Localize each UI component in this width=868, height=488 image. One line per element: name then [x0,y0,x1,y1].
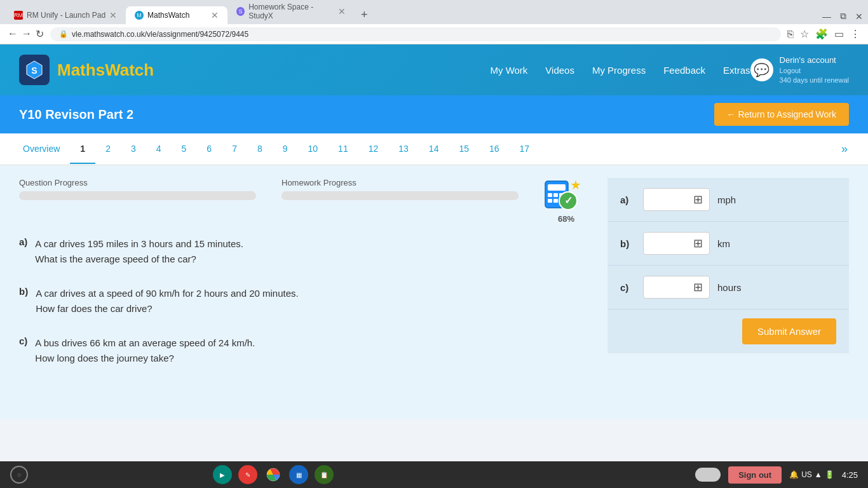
tab-8[interactable]: 8 [247,135,273,164]
svg-text:▶: ▶ [220,471,225,478]
share-icon[interactable]: ⎘ [787,29,794,40]
tab-12[interactable]: 12 [358,135,389,164]
answer-a-plus[interactable]: ⊞ [693,193,703,207]
close-icon[interactable]: ✕ [855,11,863,22]
tab-studyx-close[interactable]: ✕ [338,6,346,17]
logout-link[interactable]: Logout [780,66,849,76]
question-b: b) A car drives at a speed of 90 km/h fo… [19,286,588,316]
answer-c-label: c) [620,282,635,293]
return-button[interactable]: ← Return to Assigned Work [714,103,849,126]
back-button[interactable]: ← [8,28,18,40]
tab-11[interactable]: 11 [328,135,358,164]
tab-rm-close[interactable]: ✕ [109,10,117,20]
taskbar-classroom[interactable]: ✎ [238,465,257,484]
extension-icon[interactable]: 🧩 [815,28,828,40]
taskbar-circle[interactable]: ○ [10,466,28,484]
logo-text: MathsWatch [57,60,154,80]
tab-9[interactable]: 9 [273,135,298,164]
star-icon[interactable]: ☆ [800,28,809,40]
studyx-favicon: S [236,7,245,16]
svg-text:📋: 📋 [320,471,329,479]
locale-wifi: 🔔 US ▲ 🔋 [789,470,834,479]
taskbar-toggle[interactable] [695,468,721,482]
logo: S MathsWatch [19,55,154,85]
restore-icon[interactable]: ⧉ [840,11,846,22]
question-a: a) A car drives 195 miles in 3 hours and… [19,236,588,267]
tab-rm-unify[interactable]: RM RM Unify - Launch Pad ✕ [5,6,126,24]
tab-2[interactable]: 2 [95,135,121,164]
taskbar-keep[interactable]: 📋 [315,465,334,484]
question-b-text: A car drives at a speed of 90 km/h for 2… [36,286,299,301]
tab-1[interactable]: 1 [70,135,95,164]
taskbar-chrome[interactable] [264,465,283,484]
answer-c-unit: hours [717,282,742,293]
taskbar-apps: ▶ ✎ ▦ 📋 [213,465,334,484]
new-tab-button[interactable]: + [355,6,374,24]
content-area: Question Progress Homework Progress [0,165,868,419]
nav-my-work[interactable]: My Work [490,65,527,76]
answer-b-input-wrap: ⊞ [643,232,710,255]
tab-mathswatch[interactable]: M MathsWatch ✕ [126,6,227,24]
mw-favicon: M [135,11,144,20]
homework-progress-label: Homework Progress [281,178,519,187]
taskbar-meet[interactable]: ▶ [213,465,232,484]
submit-row: Submit Answer [607,309,849,353]
answer-b-plus[interactable]: ⊞ [693,236,703,250]
answer-b-input[interactable] [650,238,688,249]
tab-4[interactable]: 4 [146,135,172,164]
question-b-label: b) [19,286,28,316]
achievement-badge: ✓ ★ 68% [544,178,588,224]
tab-14[interactable]: 14 [419,135,449,164]
nav-my-progress[interactable]: My Progress [592,65,646,76]
answer-row-c: c) ⊞ hours [607,266,849,309]
answer-c-input[interactable] [650,282,688,293]
notification-icon: 🔔 [789,470,799,479]
menu-icon[interactable]: ⋮ [850,28,860,40]
assignment-bar: Y10 Revison Part 2 ← Return to Assigned … [0,95,868,133]
sign-out-button[interactable]: Sign out [728,466,782,484]
account-name: Derin's account [780,55,849,66]
tab-16[interactable]: 16 [479,135,510,164]
answer-c-plus[interactable]: ⊞ [693,280,703,294]
refresh-button[interactable]: ↻ [36,28,44,40]
url-text[interactable]: vle.mathswatch.co.uk/vle/assignment/9425… [72,30,248,39]
nav-videos[interactable]: Videos [545,65,574,76]
tab-13[interactable]: 13 [388,135,419,164]
svg-text:✓: ✓ [564,195,573,206]
tab-17[interactable]: 17 [510,135,540,164]
answer-a-label: a) [620,194,635,205]
answers-panel: a) ⊞ mph b) ⊞ km c) ⊞ hours Submit Answe… [607,178,849,407]
nav-extras[interactable]: Extras [723,65,750,76]
tab-mw-close[interactable]: ✕ [211,10,219,20]
question-progress-bar-bg [19,191,256,200]
battery-icon: 🔋 [825,470,834,479]
forward-button[interactable]: → [22,28,32,40]
svg-rect-3 [548,184,566,191]
tab-3[interactable]: 3 [121,135,146,164]
tab-15[interactable]: 15 [449,135,479,164]
answer-a-input[interactable] [650,194,688,205]
svg-text:S: S [31,65,37,76]
question-c-text2: How long does the journey take? [35,351,255,366]
locale-text: US [801,470,812,479]
renewal-text: 340 days until renewal [780,76,849,85]
sidebar-icon[interactable]: ▭ [834,28,844,40]
answer-b-label: b) [620,238,635,249]
site-header: S MathsWatch My Work Videos My Progress … [0,44,868,95]
tab-10[interactable]: 10 [298,135,329,164]
tab-7[interactable]: 7 [222,135,247,164]
question-c-text: A bus drives 66 km at an average speed o… [35,336,255,351]
taskbar-slides[interactable]: ▦ [289,465,308,484]
question-c: c) A bus drives 66 km at an average spee… [19,336,588,366]
tab-studyx[interactable]: S Homework Space - StudyX ✕ [227,0,355,24]
nav-feedback[interactable]: Feedback [663,65,705,76]
submit-button[interactable]: Submit Answer [742,318,836,344]
question-tabs: Overview 1 2 3 4 5 6 7 8 9 10 11 12 13 1… [0,133,868,165]
tabs-more[interactable]: » [834,133,855,165]
tab-6[interactable]: 6 [196,135,222,164]
svg-text:▦: ▦ [296,471,302,478]
progress-section: Question Progress Homework Progress [19,178,588,224]
tab-overview[interactable]: Overview [13,135,70,164]
tab-5[interactable]: 5 [172,135,197,164]
minimize-icon[interactable]: — [822,11,831,22]
